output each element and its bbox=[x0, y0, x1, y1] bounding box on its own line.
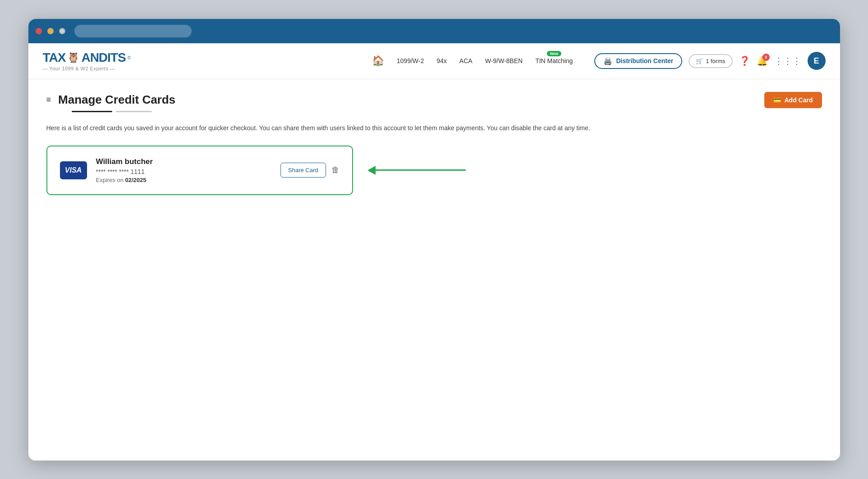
tin-matching-wrap: New TIN Matching bbox=[535, 57, 573, 64]
expiry-value: 02/2025 bbox=[125, 177, 147, 183]
arrow-head bbox=[367, 166, 376, 175]
cards-area: VISA William butcher **** **** **** 1111… bbox=[46, 146, 822, 195]
notifications-button[interactable]: 🔔 3 bbox=[757, 55, 768, 66]
visa-text: VISA bbox=[65, 166, 82, 174]
notification-badge: 3 bbox=[762, 54, 770, 61]
dist-center-label: Distribution Center bbox=[616, 57, 673, 64]
help-icon: ❓ bbox=[739, 56, 750, 66]
page-header-left: ≡ Manage Credit Cards bbox=[46, 93, 176, 107]
logo-owl-icon: 🦉 bbox=[67, 52, 79, 64]
logo-reg: © bbox=[128, 55, 131, 60]
page-body: ≡ Manage Credit Cards 💳 Add Card Here is… bbox=[28, 79, 840, 461]
nav-link-94x[interactable]: 94x bbox=[436, 57, 447, 64]
nav-link-1099w2[interactable]: 1099/W-2 bbox=[397, 57, 424, 64]
visa-logo: VISA bbox=[60, 161, 87, 179]
page-header: ≡ Manage Credit Cards 💳 Add Card bbox=[46, 92, 822, 108]
printer-icon: 🖨️ bbox=[603, 57, 612, 65]
nav-link-w9w8ben[interactable]: W-9/W-8BEN bbox=[485, 57, 523, 64]
nav-link-tin-matching[interactable]: TIN Matching bbox=[535, 57, 573, 64]
underline-gray bbox=[116, 111, 152, 112]
add-card-label: Add Card bbox=[785, 96, 813, 104]
logo-subtitle: — Your 1099 & W2 Experts — bbox=[43, 66, 115, 71]
logo-main: TAX 🦉 ANDITS © bbox=[43, 50, 131, 65]
underline-dark bbox=[72, 111, 112, 112]
cart-label: 1 forms bbox=[706, 58, 725, 64]
grid-icon[interactable]: ⋮⋮⋮ bbox=[774, 55, 801, 66]
page-title: Manage Credit Cards bbox=[58, 93, 175, 107]
card-expiry: Expires on 02/2025 bbox=[96, 177, 272, 183]
add-card-button[interactable]: 💳 Add Card bbox=[764, 92, 822, 108]
app-content: TAX 🦉 ANDITS © — Your 1099 & W2 Experts … bbox=[28, 43, 840, 461]
description-text: Here is a list of credit cards you saved… bbox=[46, 123, 678, 133]
browser-chrome bbox=[28, 19, 840, 43]
arrow-line bbox=[376, 169, 466, 171]
hamburger-icon[interactable]: ≡ bbox=[46, 95, 51, 105]
expand-dot[interactable] bbox=[59, 28, 65, 34]
logo-text-right: ANDITS bbox=[81, 50, 125, 65]
nav-link-aca[interactable]: ACA bbox=[459, 57, 473, 64]
expiry-label: Expires on bbox=[96, 177, 124, 183]
title-underline bbox=[72, 111, 822, 112]
add-card-icon: 💳 bbox=[773, 96, 781, 104]
card-info: William butcher **** **** **** 1111 Expi… bbox=[96, 157, 272, 183]
arrow-annotation bbox=[367, 166, 466, 175]
minimize-dot[interactable] bbox=[47, 28, 54, 34]
share-card-button[interactable]: Share Card bbox=[280, 163, 326, 178]
address-bar[interactable] bbox=[74, 25, 192, 37]
credit-card-item: VISA William butcher **** **** **** 1111… bbox=[46, 146, 353, 195]
home-icon[interactable]: 🏠 bbox=[372, 55, 384, 67]
distribution-center-button[interactable]: 🖨️ Distribution Center bbox=[594, 53, 682, 69]
cart-icon: 🛒 bbox=[696, 58, 703, 64]
user-avatar[interactable]: E bbox=[808, 52, 826, 70]
delete-card-button[interactable]: 🗑 bbox=[331, 165, 340, 175]
logo-area: TAX 🦉 ANDITS © — Your 1099 & W2 Experts … bbox=[43, 50, 133, 71]
card-actions: Share Card 🗑 bbox=[280, 163, 339, 178]
browser-window: TAX 🦉 ANDITS © — Your 1099 & W2 Experts … bbox=[28, 19, 840, 461]
close-dot[interactable] bbox=[36, 28, 42, 34]
logo-text-left: TAX bbox=[43, 50, 66, 65]
card-number: **** **** **** 1111 bbox=[96, 168, 272, 175]
card-holder-name: William butcher bbox=[96, 157, 272, 166]
cart-button[interactable]: 🛒 1 forms bbox=[689, 54, 732, 68]
trash-icon: 🗑 bbox=[331, 165, 340, 174]
navbar: TAX 🦉 ANDITS © — Your 1099 & W2 Experts … bbox=[28, 43, 840, 79]
help-button[interactable]: ❓ bbox=[739, 55, 750, 66]
new-badge: New bbox=[547, 51, 561, 56]
nav-links: 🏠 1099/W-2 94x ACA W-9/W-8BEN New TIN Ma… bbox=[372, 55, 573, 67]
